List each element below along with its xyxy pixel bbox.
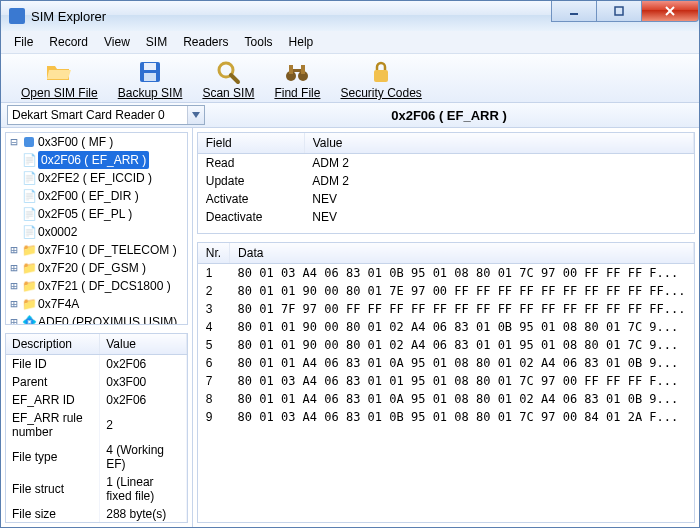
record-row[interactable]: 280 01 01 90 00 80 01 7E 97 00 FF FF FF …	[198, 282, 694, 300]
expand-icon[interactable]: ⊞	[8, 313, 20, 325]
tree-ef-pl[interactable]: 📄0x2F05 ( EF_PL )	[6, 205, 187, 223]
minimize-icon	[568, 5, 580, 17]
tree-df-dcs1800[interactable]: ⊞📁0x7F21 ( DF_DCS1800 )	[6, 277, 187, 295]
record-row[interactable]: 580 01 01 90 00 80 01 02 A4 06 83 01 01 …	[198, 336, 694, 354]
property-row[interactable]: Parent0x3F00	[6, 373, 186, 391]
fields-col-field[interactable]: Field	[198, 133, 305, 154]
left-panel: ⊟ 0x3F00 ( MF ) 📄0x2F06 ( EF_ARR ) 📄0x2F…	[1, 128, 193, 527]
expand-icon[interactable]: ⊞	[8, 295, 20, 313]
svg-rect-6	[144, 73, 156, 81]
tree-0002[interactable]: 📄0x0002	[6, 223, 187, 241]
record-nr: 6	[198, 354, 230, 372]
app-icon	[9, 8, 25, 24]
record-nr: 8	[198, 390, 230, 408]
fields-col-value[interactable]: Value	[304, 133, 693, 154]
records-col-data[interactable]: Data	[230, 243, 694, 264]
menu-tools[interactable]: Tools	[238, 33, 280, 51]
menu-help[interactable]: Help	[282, 33, 321, 51]
record-row[interactable]: 480 01 01 90 00 80 01 02 A4 06 83 01 0B …	[198, 318, 694, 336]
field-value: NEV	[304, 208, 693, 226]
records-col-nr[interactable]: Nr.	[198, 243, 230, 264]
minimize-button[interactable]	[551, 1, 597, 22]
record-data: 80 01 01 90 00 80 01 7E 97 00 FF FF FF F…	[230, 282, 694, 300]
props-col-description[interactable]: Description	[6, 334, 100, 355]
record-row[interactable]: 780 01 03 A4 06 83 01 01 95 01 08 80 01 …	[198, 372, 694, 390]
file-icon: 📄	[22, 171, 36, 185]
chip-icon: 💠	[22, 315, 36, 325]
record-nr: 5	[198, 336, 230, 354]
field-row[interactable]: ActivateNEV	[198, 190, 694, 208]
scan-sim-button[interactable]: Scan SIM	[192, 56, 264, 102]
records-table: Nr. Data 180 01 03 A4 06 83 01 0B 95 01 …	[198, 243, 694, 426]
props-col-value[interactable]: Value	[100, 334, 187, 355]
toolbar: Open SIM File Backup SIM Scan SIM Find F…	[1, 54, 699, 103]
tree-ef-dir[interactable]: 📄0x2F00 ( EF_DIR )	[6, 187, 187, 205]
window-title: SIM Explorer	[31, 9, 106, 24]
field-value: NEV	[304, 190, 693, 208]
record-row[interactable]: 180 01 03 A4 06 83 01 0B 95 01 08 80 01 …	[198, 264, 694, 283]
reader-selected-label: Dekart Smart Card Reader 0	[12, 108, 165, 122]
expand-icon[interactable]: ⊞	[8, 259, 20, 277]
maximize-button[interactable]	[596, 1, 642, 22]
property-value: 0x2F06	[100, 355, 187, 374]
menu-file[interactable]: File	[7, 33, 40, 51]
record-row[interactable]: 880 01 01 A4 06 83 01 0A 95 01 08 80 01 …	[198, 390, 694, 408]
reader-select[interactable]: Dekart Smart Card Reader 0	[7, 105, 205, 125]
record-row[interactable]: 680 01 01 A4 06 83 01 0A 95 01 08 80 01 …	[198, 354, 694, 372]
sim-icon	[22, 135, 36, 149]
menu-view[interactable]: View	[97, 33, 137, 51]
svg-rect-15	[24, 137, 34, 147]
folder-icon: 📁	[22, 279, 36, 293]
record-data: 80 01 01 A4 06 83 01 0A 95 01 08 80 01 0…	[230, 354, 694, 372]
record-data: 80 01 03 A4 06 83 01 01 95 01 08 80 01 7…	[230, 372, 694, 390]
property-row[interactable]: EF_ARR ID0x2F06	[6, 391, 186, 409]
security-codes-button[interactable]: Security Codes	[330, 56, 431, 102]
file-tree[interactable]: ⊟ 0x3F00 ( MF ) 📄0x2F06 ( EF_ARR ) 📄0x2F…	[5, 132, 188, 325]
record-nr: 4	[198, 318, 230, 336]
close-button[interactable]	[641, 1, 699, 22]
expand-icon[interactable]: ⊞	[8, 277, 20, 295]
tree-ef-arr[interactable]: 📄0x2F06 ( EF_ARR )	[6, 151, 187, 169]
find-file-button[interactable]: Find File	[264, 56, 330, 102]
expand-icon[interactable]: ⊞	[8, 241, 20, 259]
menu-readers[interactable]: Readers	[176, 33, 235, 51]
field-row[interactable]: DeactivateNEV	[198, 208, 694, 226]
menu-record[interactable]: Record	[42, 33, 95, 51]
property-row[interactable]: File type4 (Working EF)	[6, 441, 186, 473]
tree-df-gsm[interactable]: ⊞📁0x7F20 ( DF_GSM )	[6, 259, 187, 277]
property-row[interactable]: File struct1 (Linear fixed file)	[6, 473, 186, 505]
open-sim-file-button[interactable]: Open SIM File	[11, 56, 108, 102]
svg-rect-14	[374, 70, 388, 82]
property-key: File ID	[6, 355, 100, 374]
record-nr: 7	[198, 372, 230, 390]
folder-icon: 📁	[22, 261, 36, 275]
record-data: 80 01 03 A4 06 83 01 0B 95 01 08 80 01 7…	[230, 264, 694, 283]
collapse-icon[interactable]: ⊟	[8, 133, 20, 151]
magnifier-icon	[214, 59, 242, 85]
field-row[interactable]: ReadADM 2	[198, 154, 694, 173]
tree-adf0[interactable]: ⊞💠ADF0 (PROXIMUS USIM)	[6, 313, 187, 325]
maximize-icon	[613, 5, 625, 17]
tree-7f4a[interactable]: ⊞📁0x7F4A	[6, 295, 187, 313]
field-key: Read	[198, 154, 305, 173]
property-row[interactable]: EF_ARR rule number2	[6, 409, 186, 441]
record-nr: 1	[198, 264, 230, 283]
record-row[interactable]: 980 01 03 A4 06 83 01 0B 95 01 08 80 01 …	[198, 408, 694, 426]
folder-icon: 📁	[22, 297, 36, 311]
tree-root[interactable]: ⊟ 0x3F00 ( MF )	[6, 133, 187, 151]
floppy-disk-icon	[136, 59, 164, 85]
tree-df-telecom[interactable]: ⊞📁0x7F10 ( DF_TELECOM )	[6, 241, 187, 259]
field-row[interactable]: UpdateADM 2	[198, 172, 694, 190]
record-row[interactable]: 380 01 7F 97 00 FF FF FF FF FF FF FF FF …	[198, 300, 694, 318]
property-row[interactable]: File ID0x2F06	[6, 355, 186, 374]
close-icon	[663, 4, 677, 18]
record-data: 80 01 01 90 00 80 01 02 A4 06 83 01 01 9…	[230, 336, 694, 354]
property-value: 1 (Linear fixed file)	[100, 473, 187, 505]
field-key: Update	[198, 172, 305, 190]
property-value: 0x2F06	[100, 391, 187, 409]
property-row[interactable]: File size288 byte(s)	[6, 505, 186, 523]
backup-sim-button[interactable]: Backup SIM	[108, 56, 193, 102]
menu-sim[interactable]: SIM	[139, 33, 174, 51]
tree-ef-iccid[interactable]: 📄0x2FE2 ( EF_ICCID )	[6, 169, 187, 187]
record-nr: 3	[198, 300, 230, 318]
